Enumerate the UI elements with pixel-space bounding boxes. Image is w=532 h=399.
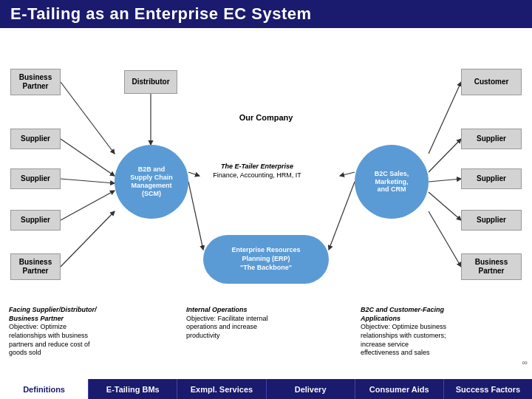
footer-item-exmpl-services[interactable]: Exmpl. Services [177, 379, 266, 399]
footer-nav: Definitions E-Tailing BMs Exmpl. Service… [0, 379, 532, 399]
annotation-left: Facing Supplier/Distributor/Business Par… [9, 306, 157, 358]
our-company-label: Our Company [211, 113, 321, 122]
page-title: E-Tailing as an Enterprise EC System [0, 0, 532, 28]
supplier-right-1: Supplier [461, 129, 522, 149]
footer-item-success-factors[interactable]: Success Factors [444, 379, 532, 399]
svg-line-7 [429, 139, 461, 172]
svg-line-5 [61, 211, 115, 267]
supplier-left-2: Supplier [10, 168, 61, 189]
distributor-box: Distributor [124, 70, 177, 94]
b2b-circle: B2B andSupply ChainManagement(SCM) [115, 145, 188, 219]
svg-line-0 [61, 82, 115, 154]
supplier-right-3: Supplier [461, 210, 522, 231]
svg-line-12 [329, 182, 355, 250]
footer-item-consumer-aids[interactable]: Consumer Aids [355, 379, 444, 399]
svg-line-14 [340, 172, 355, 176]
etailer-title: The E-Tailer Enterprise [221, 163, 293, 170]
svg-line-8 [429, 179, 461, 182]
supplier-left-3: Supplier [10, 210, 61, 231]
svg-line-9 [429, 192, 461, 220]
footer-item-delivery[interactable]: Delivery [267, 379, 355, 399]
customer-box: Customer [461, 69, 522, 95]
footer-item-etailing-bms[interactable]: E-Tailing BMs [89, 379, 177, 399]
etailer-subtitle: Finance, Accounting, HRM, IT [213, 171, 301, 179]
svg-line-4 [61, 191, 115, 220]
annotation-center: Internal Operations Objective: Facilitat… [186, 306, 323, 341]
svg-line-10 [429, 211, 461, 267]
b2c-circle: B2C Sales,Marketing,and CRM [355, 145, 429, 219]
business-partner-left-bottom: BusinessPartner [10, 253, 61, 280]
footer-item-definitions[interactable]: Definitions [0, 379, 89, 399]
svg-line-3 [61, 179, 115, 183]
svg-line-11 [188, 182, 203, 250]
page-number: ∞ [522, 358, 528, 366]
etailer-label: The E-Tailer Enterprise Finance, Account… [198, 163, 316, 180]
business-partner-right: BusinessPartner [461, 253, 522, 280]
svg-line-2 [61, 139, 115, 176]
erp-box: Enterprise ResourcesPlanning (ERP)"The B… [203, 235, 329, 284]
supplier-right-2: Supplier [461, 168, 522, 189]
svg-line-6 [429, 82, 461, 154]
annotation-right: B2C and Customer-FacingApplications Obje… [361, 306, 522, 358]
supplier-left-1: Supplier [10, 129, 61, 149]
business-partner-left-top: BusinessPartner [10, 69, 61, 95]
diagram-area: BusinessPartner Supplier Supplier Suppli… [0, 28, 532, 368]
header-title: E-Tailing as an Enterprise EC System [10, 4, 312, 23]
